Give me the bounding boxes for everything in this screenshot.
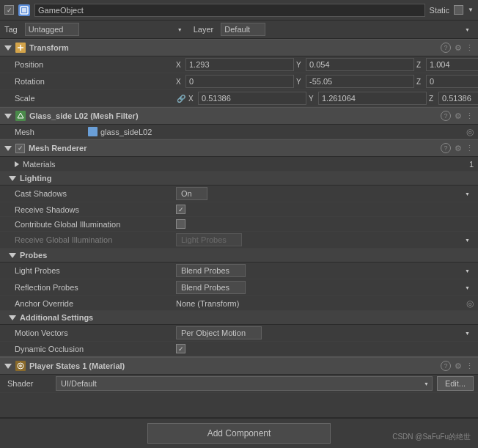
mesh-renderer-active-checkbox[interactable] xyxy=(15,144,25,153)
materials-count: 1 xyxy=(452,160,474,169)
mesh-filter-help-icon[interactable]: ? xyxy=(441,111,451,121)
mesh-filter-overflow-icon[interactable]: ⋮ xyxy=(466,111,474,121)
anchor-override-row: Anchor Override None (Transform) ◎ xyxy=(0,296,478,311)
materials-label: Materials xyxy=(23,160,452,169)
static-checkbox[interactable] xyxy=(454,5,463,15)
dynamic-occlusion-checkbox[interactable] xyxy=(176,344,185,353)
scale-x-input[interactable] xyxy=(198,92,306,105)
scale-link-icon[interactable]: 🔗 xyxy=(176,93,186,103)
rotation-x-label: X xyxy=(176,78,183,86)
scale-y-label: Y xyxy=(309,95,316,103)
shader-select-wrapper: UI/Default xyxy=(56,376,433,391)
static-label: Static xyxy=(430,6,450,15)
transform-settings-icon[interactable]: ⚙ xyxy=(455,43,462,53)
rotation-y-label: Y xyxy=(296,78,304,86)
mesh-renderer-overflow-icon[interactable]: ⋮ xyxy=(466,144,474,153)
tag-dropdown[interactable]: Untagged xyxy=(25,23,79,36)
mesh-renderer-collapse-icon[interactable] xyxy=(4,146,12,151)
gameobject-active-checkbox[interactable] xyxy=(4,5,14,15)
position-label: Position xyxy=(15,60,176,69)
transform-collapse-icon[interactable] xyxy=(4,45,12,51)
gameobject-icon xyxy=(18,4,30,16)
light-probes-select[interactable]: Blend Probes xyxy=(176,264,246,277)
lighting-subsection-header[interactable]: Lighting xyxy=(0,172,478,186)
contribute-gi-checkbox[interactable] xyxy=(176,219,185,229)
material-icon xyxy=(15,361,26,371)
position-y-input[interactable] xyxy=(306,58,414,71)
position-z-input[interactable] xyxy=(426,58,478,71)
position-coords: X Y Z xyxy=(176,58,478,71)
dynamic-occlusion-row: Dynamic Occlusion xyxy=(0,342,478,356)
motion-vectors-label: Motion Vectors xyxy=(15,328,176,337)
shader-edit-button[interactable]: Edit... xyxy=(437,376,474,391)
anchor-override-select-icon[interactable]: ◎ xyxy=(466,298,474,309)
position-x-input[interactable] xyxy=(185,58,294,71)
mesh-filter-title: Glass_side L02 (Mesh Filter) xyxy=(29,111,437,120)
reflection-probes-label: Reflection Probes xyxy=(15,283,176,292)
reflection-probes-select-wrapper: Blend Probes xyxy=(176,281,474,294)
material-collapse-icon[interactable] xyxy=(4,364,12,369)
mesh-filter-section-header: Glass_side L02 (Mesh Filter) ? ⚙ ⋮ xyxy=(0,107,478,125)
mesh-label: Mesh xyxy=(15,128,88,136)
transform-title: Transform xyxy=(29,43,437,52)
mesh-filter-collapse-icon[interactable] xyxy=(4,114,12,119)
material-overflow-icon[interactable]: ⋮ xyxy=(466,361,474,371)
rotation-z-label: Z xyxy=(416,78,424,86)
material-help-icon[interactable]: ? xyxy=(441,361,451,371)
cast-shadows-label: Cast Shadows xyxy=(15,189,176,198)
probes-title: Probes xyxy=(20,251,47,260)
svg-point-6 xyxy=(19,364,22,367)
mesh-value: glass_sideL02 ◎ xyxy=(88,127,474,137)
position-y-label: Y xyxy=(296,61,304,69)
add-component-button[interactable]: Add Component xyxy=(147,423,331,444)
mesh-renderer-help-icon[interactable]: ? xyxy=(441,143,451,153)
receive-gi-row: Receive Global Illumination Light Probes xyxy=(0,232,478,249)
rotation-row: Rotation X Y Z xyxy=(0,73,478,90)
materials-row: Materials 1 xyxy=(0,157,478,172)
mesh-filter-settings-icon[interactable]: ⚙ xyxy=(455,111,462,121)
mesh-select-icon[interactable]: ◎ xyxy=(466,127,474,137)
probes-subsection-header[interactable]: Probes xyxy=(0,249,478,262)
layer-dropdown[interactable]: Default xyxy=(221,23,265,36)
rotation-y-input[interactable] xyxy=(306,75,414,88)
scale-z-label: Z xyxy=(429,95,436,103)
gameobject-name-input[interactable] xyxy=(34,4,425,17)
reflection-probes-row: Reflection Probes Blend Probes xyxy=(0,279,478,296)
tag-label: Tag xyxy=(4,25,18,34)
scale-x-label: X xyxy=(188,95,196,103)
cast-shadows-row: Cast Shadows On xyxy=(0,186,478,202)
additional-settings-header[interactable]: Additional Settings xyxy=(0,311,478,325)
transform-icon xyxy=(15,43,26,53)
anchor-override-value: None (Transform) ◎ xyxy=(176,298,474,309)
materials-collapse-icon[interactable] xyxy=(15,161,19,167)
svg-rect-1 xyxy=(22,8,26,12)
reflection-probes-select[interactable]: Blend Probes xyxy=(176,281,246,294)
motion-vectors-row: Motion Vectors Per Object Motion xyxy=(0,325,478,342)
receive-gi-select-wrapper: Light Probes xyxy=(176,233,474,246)
motion-vectors-select[interactable]: Per Object Motion xyxy=(176,326,262,339)
contribute-gi-label: Contribute Global Illumination xyxy=(15,220,176,229)
material-settings-icon[interactable]: ⚙ xyxy=(455,361,462,371)
additional-settings-collapse-icon[interactable] xyxy=(9,315,16,320)
scale-y-input[interactable] xyxy=(318,92,427,105)
static-dropdown-arrow[interactable]: ▼ xyxy=(468,7,474,13)
material-section-header: Player States 1 (Material) ? ⚙ ⋮ xyxy=(0,357,478,375)
transform-help-icon[interactable]: ? xyxy=(441,43,451,53)
scale-z-input[interactable] xyxy=(438,92,478,105)
anchor-override-text: None (Transform) xyxy=(176,299,463,308)
transform-overflow-icon[interactable]: ⋮ xyxy=(466,43,474,53)
shader-select[interactable]: UI/Default xyxy=(56,376,433,391)
additional-settings-title: Additional Settings xyxy=(20,313,93,322)
shader-label: Shader xyxy=(7,379,51,388)
contribute-gi-row: Contribute Global Illumination xyxy=(0,217,478,232)
cast-shadows-select[interactable]: On xyxy=(176,187,207,200)
receive-shadows-checkbox[interactable] xyxy=(176,205,185,214)
lighting-collapse-icon[interactable] xyxy=(9,176,16,181)
mesh-renderer-settings-icon[interactable]: ⚙ xyxy=(455,144,462,153)
probes-collapse-icon[interactable] xyxy=(9,253,16,258)
rotation-z-input[interactable] xyxy=(426,75,478,88)
gameobject-header: Static ▼ xyxy=(0,0,478,21)
rotation-x-input[interactable] xyxy=(185,75,294,88)
cast-shadows-select-wrapper: On xyxy=(176,187,474,200)
motion-vectors-select-wrapper: Per Object Motion xyxy=(176,326,474,339)
